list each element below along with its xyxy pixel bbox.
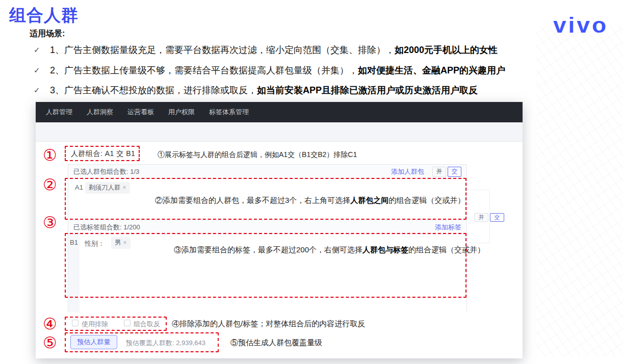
tag-row-label: B1 xyxy=(70,239,78,246)
pack-count-label: 已选人群包组合数: 1/3 xyxy=(73,167,139,176)
audience-pack-chip[interactable]: 剃须刀人群× xyxy=(85,182,130,194)
scenario-bold-text: 如2000元手机以上的女性 xyxy=(395,45,498,55)
use-exclude-label[interactable]: 使用排除 xyxy=(82,320,108,329)
chip-close-icon[interactable]: × xyxy=(123,239,127,246)
annotation-text-2: ②添加需要组合的人群包，最多不超过3个，右上角可选择人群包之间的组合逻辑（交或并… xyxy=(155,196,465,205)
annotation-2-pre: ②添加需要组合的人群包，最多不超过3个，右上角可选择 xyxy=(155,196,350,204)
slide: 组合人群 vivo 适用场景: ✓1、广告主侧数据量级充足，需要平台数据再次过滤… xyxy=(0,0,623,364)
audience-combination-widget: 已选人群包组合数: 1/3 添加人群包 并 交 A1 剃须刀人群× 已选标签组合… xyxy=(68,164,467,312)
chip-close-icon[interactable]: × xyxy=(123,184,126,191)
pack-section-header: 已选人群包组合数: 1/3 添加人群包 并 交 xyxy=(68,165,466,179)
tag-section-header: 已选标签组合数: 1/200 添加标签 xyxy=(68,220,466,235)
annotation-text-4: ④排除添加的人群包/标签；对整体组合后的内容进行取反 xyxy=(172,319,365,329)
estimate-audience-button[interactable]: 预估人群量 xyxy=(70,335,117,349)
outer-logic-intersect-button[interactable]: 交 xyxy=(490,213,504,222)
page-subheader-band xyxy=(36,122,523,142)
annotation-3-pre: ③添加需要组合的标签，最多不超过200个，右侧可选择 xyxy=(174,245,362,254)
marker-circle-5: ⑤ xyxy=(43,335,57,351)
scenario-bold-text: 如当前安装APP且排除已激活用户或历史激活用户取反 xyxy=(257,85,478,95)
scenario-text: 1、广告主侧数据量级充足，需要平台数据再次过滤，缩小定向范围（交集、排除）， xyxy=(50,45,395,55)
chip-label: 剃须刀人群 xyxy=(89,184,121,191)
scenarios-heading: 适用场景: xyxy=(30,29,65,39)
add-tag-link[interactable]: 添加标签 xyxy=(435,223,461,232)
annotation-2-bold: 人群包之间 xyxy=(350,196,388,204)
combo-negate-label[interactable]: 组合取反 xyxy=(134,320,160,329)
pack-row-label: A1 xyxy=(75,184,83,191)
page-title: 组合人群 xyxy=(9,4,79,27)
building-watermark xyxy=(536,25,623,357)
nav-item-user-permission[interactable]: 用户权限 xyxy=(168,108,195,117)
combo-negate-checkbox[interactable] xyxy=(124,320,131,326)
tag-row-label-column: B1 xyxy=(68,235,80,312)
check-icon: ✓ xyxy=(34,66,50,75)
nav-item-operation-board[interactable]: 运营看板 xyxy=(127,108,154,117)
marker-circle-2: ② xyxy=(43,177,57,193)
check-icon: ✓ xyxy=(34,45,50,55)
tag-chip[interactable]: 男× xyxy=(111,237,131,249)
pack-logic-union-button[interactable]: 并 xyxy=(432,167,446,177)
nav-item-tag-system-management[interactable]: 标签体系管理 xyxy=(209,108,249,117)
pack-logic-intersect-button[interactable]: 交 xyxy=(448,167,461,177)
scenario-bullet-2: ✓2、广告主数据上传量级不够，需要结合平台数据提高人群包量级（并集），如对便捷生… xyxy=(34,64,505,76)
add-audience-pack-link[interactable]: 添加人群包 xyxy=(391,167,424,176)
nav-item-audience-management[interactable]: 人群管理 xyxy=(46,108,72,117)
scenario-bold-text: 如对便捷生活、金融APP的兴趣用户 xyxy=(358,65,505,75)
scenario-bullet-3: ✓3、广告主确认不想投放的数据，进行排除或取反，如当前安装APP且排除已激活用户… xyxy=(34,84,478,96)
scenario-text: 2、广告主数据上传量级不够，需要结合平台数据提高人群包量级（并集）， xyxy=(50,65,358,75)
annotation-3-bold: 人群包与标签 xyxy=(362,245,408,254)
nav-item-audience-insight[interactable]: 人群洞察 xyxy=(87,108,113,117)
scenario-text: 3、广告主确认不想投放的数据，进行排除或取反， xyxy=(50,85,257,95)
marker-circle-3: ③ xyxy=(43,215,57,230)
vivo-logo: vivo xyxy=(553,14,608,36)
tag-count-label: 已选标签组合数: 1/200 xyxy=(73,223,140,232)
annotation-2-post: 的组合逻辑（交或并） xyxy=(388,196,465,204)
combo-logic-summary: 人群组合: A1 交 B1 xyxy=(71,149,135,159)
use-exclude-checkbox[interactable] xyxy=(72,320,79,326)
marker-circle-1: ① xyxy=(43,147,57,163)
scenario-bullet-1: ✓1、广告主侧数据量级充足，需要平台数据再次过滤，缩小定向范围（交集、排除），如… xyxy=(34,44,498,56)
gender-field-label: 性别： xyxy=(85,239,105,248)
outer-logic-toggle: 并 交 xyxy=(474,213,504,222)
annotation-3-post: 的组合逻辑（交或并） xyxy=(408,245,485,254)
marker-circle-4: ④ xyxy=(43,316,57,332)
annotation-text-1: ①展示标签与人群的组合后逻辑，例如A1交（B1交B2）排除C1 xyxy=(158,150,357,160)
annotation-text-3: ③添加需要组合的标签，最多不超过200个，右侧可选择人群包与标签的组合逻辑（交或… xyxy=(174,245,485,255)
annotation-text-5: ⑤预估生成人群包覆盖量级 xyxy=(230,338,322,348)
chip-label: 男 xyxy=(115,239,121,246)
outer-logic-union-button[interactable]: 并 xyxy=(474,213,488,222)
pack-logic-toggle: 并 交 xyxy=(432,167,461,177)
check-icon: ✓ xyxy=(34,86,50,95)
estimate-result-text: 预估覆盖人群数: 2,939,643 xyxy=(126,339,205,348)
top-navbar: 人群管理 人群洞察 运营看板 用户权限 标签体系管理 xyxy=(36,102,523,122)
